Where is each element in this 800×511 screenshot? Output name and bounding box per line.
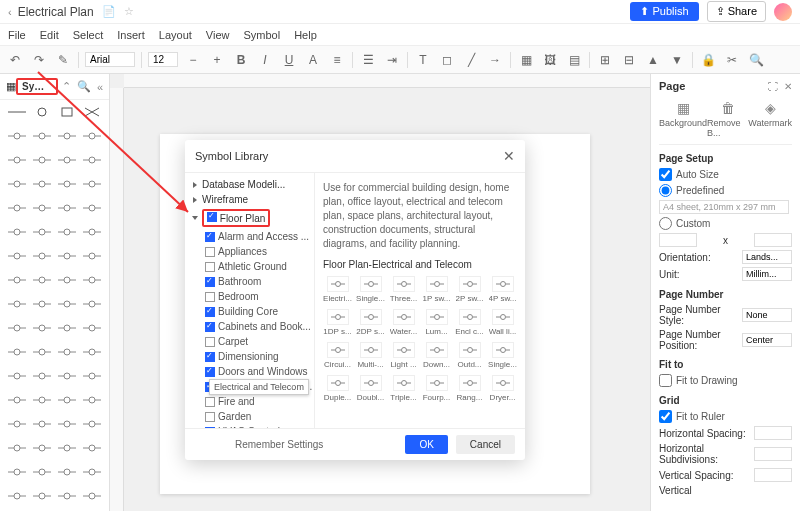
symbol-item[interactable] — [5, 152, 29, 168]
font-select[interactable] — [85, 52, 135, 67]
symbol-item[interactable] — [30, 128, 54, 144]
symbol-cell[interactable]: Down... — [422, 342, 451, 369]
close-icon[interactable]: ✕ — [784, 81, 792, 92]
indent-icon[interactable]: ⇥ — [383, 51, 401, 69]
symbol-cell[interactable]: Rang... — [455, 375, 484, 402]
symbol-item[interactable] — [80, 464, 104, 480]
hsub-input[interactable] — [754, 447, 792, 461]
symbol-item[interactable] — [55, 200, 79, 216]
symbol-cell[interactable]: Three... — [389, 276, 418, 303]
symbol-item[interactable] — [5, 464, 29, 480]
search-icon[interactable]: 🔍 — [747, 51, 765, 69]
symbol-item[interactable] — [55, 128, 79, 144]
expand-icon[interactable]: ⛶ — [768, 81, 778, 92]
symbol-item[interactable] — [5, 344, 29, 360]
symbol-item[interactable] — [30, 416, 54, 432]
tree-item[interactable]: Fire and — [185, 394, 314, 409]
color-icon[interactable]: A — [304, 51, 322, 69]
symbol-cell[interactable]: 2DP s... — [356, 309, 385, 336]
unit-select[interactable] — [742, 267, 792, 281]
symbol-item[interactable] — [80, 176, 104, 192]
pn-pos-select[interactable] — [742, 333, 792, 347]
tree-item[interactable]: Carpet — [185, 334, 314, 349]
remember-settings[interactable]: Remember Settings — [235, 439, 323, 450]
symbol-cell[interactable]: Doubl... — [356, 375, 385, 402]
symbol-item[interactable] — [30, 464, 54, 480]
search-icon[interactable]: 🔍 — [77, 80, 91, 93]
table-icon[interactable]: ▤ — [565, 51, 583, 69]
symbol-item[interactable] — [5, 200, 29, 216]
tree-item[interactable]: Alarm and Access ... — [185, 229, 314, 244]
close-icon[interactable]: ✕ — [503, 148, 515, 164]
shape-icon[interactable]: ◻ — [438, 51, 456, 69]
pn-style-select[interactable] — [742, 308, 792, 322]
symbol-item[interactable] — [30, 440, 54, 456]
tree-category[interactable]: Floor Plan — [185, 207, 314, 229]
symbol-item[interactable] — [5, 392, 29, 408]
symbol-item[interactable] — [30, 224, 54, 240]
hspacing-input[interactable] — [754, 426, 792, 440]
symbol-cell[interactable]: 1DP s... — [323, 309, 352, 336]
symbol-item[interactable] — [30, 176, 54, 192]
cancel-button[interactable]: Cancel — [456, 435, 515, 454]
symbol-item[interactable] — [5, 320, 29, 336]
back-icon[interactable]: ▼ — [668, 51, 686, 69]
symbol-cell[interactable]: 2P sw... — [455, 276, 484, 303]
group-icon[interactable]: ⊞ — [596, 51, 614, 69]
line-icon[interactable]: ╱ — [462, 51, 480, 69]
symbol-cell[interactable]: Electri... — [323, 276, 352, 303]
back-button[interactable]: ‹ — [8, 6, 12, 18]
height-input[interactable] — [754, 233, 792, 247]
cut-icon[interactable]: ✂ — [723, 51, 741, 69]
doc-icon[interactable]: 📄 — [102, 5, 116, 18]
symbol-cell[interactable]: Triple... — [389, 375, 418, 402]
tree-item[interactable]: Appliances — [185, 244, 314, 259]
symbol-item[interactable] — [30, 320, 54, 336]
symbol-cell[interactable]: Light ... — [389, 342, 418, 369]
star-icon[interactable]: ☆ — [124, 5, 134, 18]
symbol-item[interactable] — [55, 488, 79, 504]
tree-item[interactable]: Building Core — [185, 304, 314, 319]
tab-background[interactable]: ▦Background — [659, 100, 707, 138]
symbol-item[interactable] — [30, 488, 54, 504]
custom-radio[interactable]: Custom — [659, 217, 792, 230]
arrow-icon[interactable]: → — [486, 51, 504, 69]
symbol-cell[interactable]: Lum... — [422, 309, 451, 336]
brush-icon[interactable]: ✎ — [54, 51, 72, 69]
undo-icon[interactable]: ↶ — [6, 51, 24, 69]
symbol-item[interactable] — [30, 296, 54, 312]
size-select[interactable] — [148, 52, 178, 67]
paper-select[interactable] — [659, 200, 789, 214]
symbol-item[interactable] — [55, 224, 79, 240]
fit-ruler-checkbox[interactable]: Fit to Ruler — [659, 410, 792, 423]
redo-icon[interactable]: ↷ — [30, 51, 48, 69]
symbol-cell[interactable]: 4P sw... — [488, 276, 517, 303]
symbol-item[interactable] — [55, 440, 79, 456]
vspacing-input[interactable] — [754, 468, 792, 482]
symbol-item[interactable] — [80, 128, 104, 144]
menu-insert[interactable]: Insert — [117, 29, 145, 41]
symbol-panel-label[interactable]: Symbo... — [16, 78, 58, 95]
symbol-cell[interactable]: Duple... — [323, 375, 352, 402]
symbol-cell[interactable]: Fourp... — [422, 375, 451, 402]
symbol-item[interactable] — [80, 248, 104, 264]
tree-category[interactable]: Database Modeli... — [185, 177, 314, 192]
avatar[interactable] — [774, 3, 792, 21]
tree-item[interactable]: Cabinets and Book... — [185, 319, 314, 334]
tree-item[interactable]: Garden — [185, 409, 314, 424]
symbol-item[interactable] — [55, 152, 79, 168]
symbol-item[interactable] — [5, 488, 29, 504]
symbol-item[interactable] — [80, 296, 104, 312]
menu-layout[interactable]: Layout — [159, 29, 192, 41]
symbol-item[interactable] — [55, 320, 79, 336]
orientation-select[interactable] — [742, 250, 792, 264]
menu-select[interactable]: Select — [73, 29, 104, 41]
predefined-radio[interactable]: Predefined — [659, 184, 792, 197]
symbol-item[interactable] — [80, 416, 104, 432]
symbol-item[interactable] — [80, 440, 104, 456]
symbol-item[interactable] — [30, 392, 54, 408]
symbol-cell[interactable]: Wall li... — [488, 309, 517, 336]
dec-icon[interactable]: − — [184, 51, 202, 69]
symbol-item[interactable] — [5, 128, 29, 144]
symbol-cell[interactable]: Outd... — [455, 342, 484, 369]
